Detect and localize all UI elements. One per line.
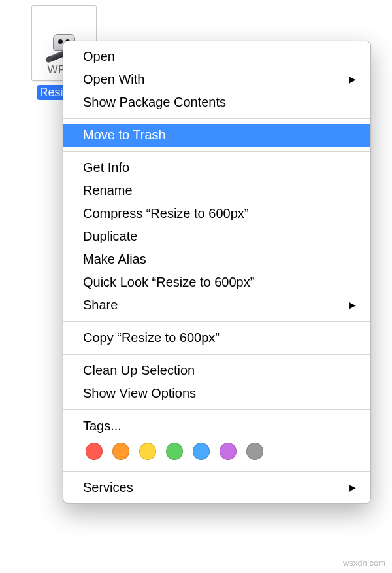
menu-item-label: Make Alias <box>83 251 146 268</box>
menu-item-label: Tags... <box>83 417 122 435</box>
menu-separator <box>63 354 370 355</box>
menu-item-label: Show View Options <box>83 385 196 402</box>
tag-color-gray[interactable] <box>246 443 263 460</box>
menu-item-label: Get Info <box>83 159 129 177</box>
menu-item-share[interactable]: Share ▶ <box>63 294 370 317</box>
tag-color-red[interactable] <box>86 443 103 460</box>
menu-item-open-with[interactable]: Open With ▶ <box>63 68 370 91</box>
context-menu: Open Open With ▶ Show Package Contents M… <box>63 41 371 504</box>
menu-item-label: Show Package Contents <box>83 94 226 111</box>
menu-item-move-to-trash[interactable]: Move to Trash <box>63 124 370 147</box>
submenu-arrow-icon: ▶ <box>349 481 356 494</box>
menu-item-label: Open With <box>83 71 144 88</box>
menu-separator <box>63 321 370 322</box>
menu-item-show-package-contents[interactable]: Show Package Contents <box>63 91 370 114</box>
menu-item-services[interactable]: Services ▶ <box>63 476 370 499</box>
menu-item-label: Compress “Resize to 600px” <box>83 205 248 222</box>
menu-item-label: Share <box>83 296 118 314</box>
menu-item-label: Rename <box>83 182 133 200</box>
menu-item-make-alias[interactable]: Make Alias <box>63 248 370 271</box>
menu-item-tags[interactable]: Tags... <box>63 415 370 438</box>
menu-separator <box>63 471 370 472</box>
tags-row <box>63 438 370 466</box>
menu-item-show-view-options[interactable]: Show View Options <box>63 382 370 405</box>
tag-color-yellow[interactable] <box>139 443 156 460</box>
menu-separator <box>63 151 370 152</box>
submenu-arrow-icon: ▶ <box>349 299 356 311</box>
tag-color-green[interactable] <box>166 443 183 460</box>
menu-item-quick-look[interactable]: Quick Look “Resize to 600px” <box>63 271 370 294</box>
menu-item-label: Duplicate <box>83 228 137 245</box>
menu-item-label: Services <box>83 479 133 496</box>
menu-separator <box>63 118 370 119</box>
menu-item-label: Copy “Resize to 600px” <box>83 329 220 347</box>
menu-item-label: Clean Up Selection <box>83 362 195 379</box>
tag-color-orange[interactable] <box>112 443 129 460</box>
menu-item-clean-up-selection[interactable]: Clean Up Selection <box>63 359 370 382</box>
menu-item-copy[interactable]: Copy “Resize to 600px” <box>63 326 370 349</box>
tag-color-purple[interactable] <box>220 443 237 460</box>
submenu-arrow-icon: ▶ <box>349 73 356 86</box>
menu-item-label: Move to Trash <box>83 126 166 144</box>
menu-item-rename[interactable]: Rename <box>63 179 370 202</box>
menu-item-label: Quick Look “Resize to 600px” <box>83 273 254 291</box>
menu-item-get-info[interactable]: Get Info <box>63 156 370 179</box>
tag-color-blue[interactable] <box>193 443 210 460</box>
menu-item-label: Open <box>83 48 115 65</box>
menu-separator <box>63 409 370 410</box>
menu-item-open[interactable]: Open <box>63 45 370 68</box>
menu-item-duplicate[interactable]: Duplicate <box>63 225 370 248</box>
watermark: wsxdn.com <box>343 558 385 568</box>
menu-item-compress[interactable]: Compress “Resize to 600px” <box>63 202 370 225</box>
